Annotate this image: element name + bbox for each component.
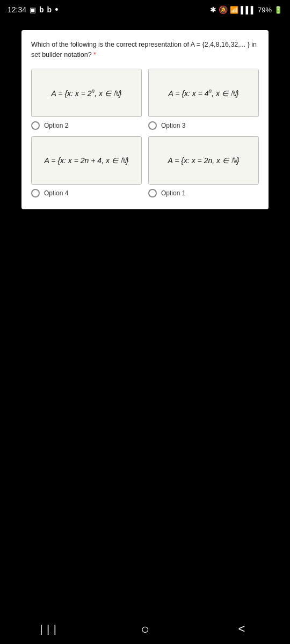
option-label-3: Option 3 bbox=[161, 122, 185, 129]
option-box-1[interactable]: A = {x: x = 2n, x ∈ ℕ} bbox=[148, 136, 259, 185]
dot-indicator: • bbox=[55, 4, 58, 16]
math-expr-3: A = {x: x = 4n, x ∈ ℕ} bbox=[169, 88, 239, 98]
option-item-4: A = {x: x = 2n + 4, x ∈ ℕ} Option 4 bbox=[31, 136, 142, 197]
b-label-1: b bbox=[39, 5, 44, 14]
nav-bar: | | | ○ < bbox=[0, 614, 290, 644]
home-icon: ○ bbox=[141, 621, 149, 638]
bluetooth-icon: ✱ bbox=[210, 5, 216, 14]
recent-icon: < bbox=[238, 622, 245, 636]
back-icon: | | | bbox=[40, 623, 57, 635]
status-bar: 12:34 ▣ b b • ✱ 🔕 📶 ▌▌▌ 79% 🔋 bbox=[0, 0, 290, 19]
radio-option-3[interactable] bbox=[148, 121, 157, 130]
time-display: 12:34 bbox=[8, 5, 26, 14]
option-item-1: A = {x: x = 2n, x ∈ ℕ} Option 1 bbox=[148, 136, 259, 197]
home-button[interactable]: ○ bbox=[129, 618, 161, 640]
radio-option-2[interactable] bbox=[31, 121, 40, 130]
required-marker: * bbox=[93, 51, 96, 58]
options-grid: A = {x: x = 2n, x ∈ ℕ} Option 2 A = {x: … bbox=[31, 69, 259, 197]
option-label-row-2: Option 2 bbox=[31, 121, 142, 130]
status-right: ✱ 🔕 📶 ▌▌▌ 79% 🔋 bbox=[210, 5, 282, 14]
option-label-row-4: Option 4 bbox=[31, 189, 142, 197]
option-box-2[interactable]: A = {x: x = 2n, x ∈ ℕ} bbox=[31, 69, 142, 117]
option-item-3: A = {x: x = 4n, x ∈ ℕ} Option 3 bbox=[148, 69, 259, 130]
sound-icon: 🔕 bbox=[219, 5, 228, 14]
battery-pct: 79% bbox=[258, 6, 272, 14]
b-label-2: b bbox=[47, 5, 52, 14]
question-text: Which of the following is the correct re… bbox=[31, 40, 259, 60]
quiz-card: Which of the following is the correct re… bbox=[21, 30, 269, 209]
option-label-2: Option 2 bbox=[44, 122, 68, 129]
wifi-icon: 📶 bbox=[230, 6, 238, 14]
status-left: 12:34 ▣ b b • bbox=[8, 4, 58, 16]
option-item-2: A = {x: x = 2n, x ∈ ℕ} Option 2 bbox=[31, 69, 142, 130]
question-label: Which of the following is the correct re… bbox=[31, 41, 257, 58]
option-label-row-3: Option 3 bbox=[148, 121, 259, 130]
signal-icon: ▌▌▌ bbox=[241, 6, 256, 14]
option-label-1: Option 1 bbox=[161, 189, 185, 197]
option-box-4[interactable]: A = {x: x = 2n + 4, x ∈ ℕ} bbox=[31, 136, 142, 185]
radio-option-1[interactable] bbox=[148, 189, 157, 197]
main-content: Which of the following is the correct re… bbox=[0, 19, 290, 614]
math-expr-2: A = {x: x = 2n, x ∈ ℕ} bbox=[52, 88, 122, 98]
screen-icon: ▣ bbox=[30, 6, 36, 14]
option-label-4: Option 4 bbox=[44, 189, 68, 197]
battery-icon: 🔋 bbox=[274, 6, 282, 14]
back-button[interactable]: | | | bbox=[32, 618, 64, 640]
option-box-3[interactable]: A = {x: x = 4n, x ∈ ℕ} bbox=[148, 69, 259, 117]
recent-button[interactable]: < bbox=[226, 618, 258, 640]
math-expr-1: A = {x: x = 2n, x ∈ ℕ} bbox=[168, 156, 239, 165]
radio-option-4[interactable] bbox=[31, 189, 40, 197]
option-label-row-1: Option 1 bbox=[148, 189, 259, 197]
math-expr-4: A = {x: x = 2n + 4, x ∈ ℕ} bbox=[45, 156, 129, 165]
